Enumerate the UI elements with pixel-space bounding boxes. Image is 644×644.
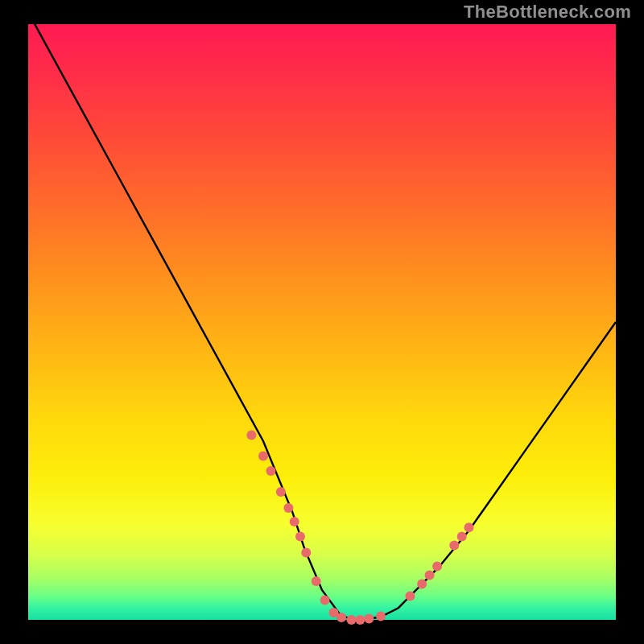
curve-marker xyxy=(425,571,435,580)
curve-marker xyxy=(355,615,365,625)
curve-marker xyxy=(449,541,459,551)
curve-marker xyxy=(364,614,374,624)
curve-marker xyxy=(417,580,427,589)
curve-marker xyxy=(320,596,330,605)
curve-marker xyxy=(276,487,286,497)
curve-marker xyxy=(258,452,268,461)
bottleneck-curve xyxy=(28,12,616,620)
curve-marker xyxy=(347,615,357,625)
curve-marker xyxy=(283,503,293,513)
curve-marker xyxy=(246,431,256,440)
watermark-text: TheBottleneck.com xyxy=(464,2,631,23)
curve-marker xyxy=(290,517,299,526)
curve-marker xyxy=(312,576,321,586)
marker-group xyxy=(246,431,473,625)
curve-layer xyxy=(0,0,644,644)
curve-marker xyxy=(301,547,311,557)
curve-marker xyxy=(266,466,276,476)
curve-marker xyxy=(336,613,346,622)
chart-stage: TheBottleneck.com xyxy=(0,0,644,644)
curve-marker xyxy=(432,561,442,571)
curve-marker xyxy=(406,591,415,601)
curve-marker xyxy=(464,522,474,532)
curve-marker xyxy=(295,531,305,541)
curve-marker xyxy=(376,612,386,621)
curve-marker xyxy=(457,531,467,541)
